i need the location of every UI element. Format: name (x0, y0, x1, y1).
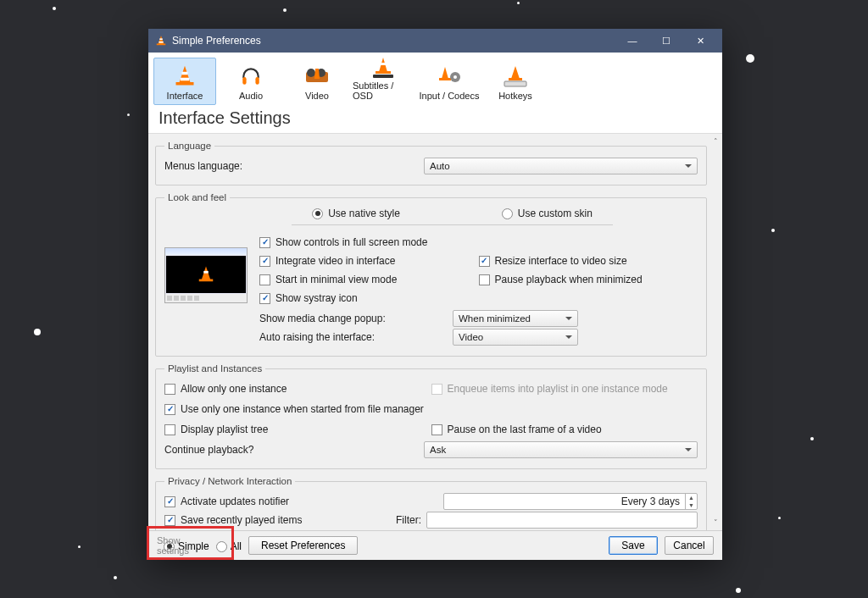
close-button[interactable]: ✕ (683, 30, 717, 51)
radio-label: Use custom skin (518, 208, 593, 219)
svg-point-11 (307, 69, 315, 77)
tab-interface[interactable]: Interface (153, 58, 216, 105)
check-display-tree[interactable] (164, 424, 175, 435)
check-label: Resize interface to video size (495, 255, 627, 267)
tab-label: Subtitles / OSD (353, 80, 414, 101)
vertical-scrollbar[interactable]: ˄ ˅ (709, 134, 722, 530)
window-title: Simple Preferences (172, 35, 615, 47)
save-button[interactable]: Save (609, 536, 658, 555)
group-language: Language Menus language: Auto (155, 141, 707, 185)
check-start-minimal[interactable] (259, 274, 270, 285)
svg-rect-23 (509, 78, 522, 80)
select-value: When minimized (459, 313, 531, 324)
svg-rect-16 (376, 71, 391, 74)
tab-subtitles[interactable]: Subtitles / OSD (352, 58, 415, 105)
group-look-and-feel: Look and feel Use native style Use custo… (155, 192, 707, 357)
menus-language-label: Menus language: (164, 160, 419, 172)
check-pause-minimized[interactable] (479, 274, 490, 285)
auto-raise-label: Auto raising the interface: (259, 331, 448, 343)
check-pause-last-frame[interactable] (431, 424, 442, 435)
svg-rect-24 (504, 81, 526, 86)
check-one-instance-fm[interactable] (164, 404, 175, 415)
check-label: Pause on the last frame of a video (448, 424, 602, 435)
headphones-icon (240, 64, 262, 89)
continue-playback-select[interactable]: Ask (424, 441, 698, 458)
svg-rect-5 (182, 72, 188, 75)
settings-content: Language Menus language: Auto Look and f… (148, 134, 709, 530)
check-label: Allow only one instance (181, 383, 287, 395)
radio-label: All (231, 540, 242, 552)
radio-label: Use native style (328, 208, 400, 219)
tab-label: Hotkeys (498, 91, 532, 101)
check-label: Start in minimal view mode (275, 274, 397, 285)
footer: Show settings Simple All Reset Preferenc… (148, 530, 722, 560)
check-save-recent[interactable] (164, 515, 175, 526)
check-show-controls[interactable] (259, 237, 270, 248)
select-value: Auto (430, 161, 450, 171)
check-label: Save recently played items (181, 514, 387, 526)
group-legend: Playlist and Instances (164, 363, 265, 374)
svg-rect-9 (255, 77, 259, 85)
check-label: Enqueue items into playlist in one insta… (448, 383, 668, 395)
check-one-instance[interactable] (164, 384, 175, 395)
tab-label: Video (305, 91, 329, 101)
select-value: Ask (430, 445, 446, 455)
check-label: Integrate video in interface (275, 255, 395, 267)
svg-rect-26 (203, 271, 209, 274)
radio-custom-skin[interactable] (502, 208, 513, 219)
check-updates-notifier[interactable] (164, 496, 175, 507)
minimize-button[interactable]: ― (615, 30, 649, 51)
check-integrate-video[interactable] (259, 256, 270, 267)
spin-value: Every 3 days (444, 494, 685, 509)
svg-rect-15 (380, 63, 387, 65)
tab-video[interactable]: Video (286, 58, 348, 105)
svg-rect-6 (181, 78, 190, 81)
check-label: Show controls in full screen mode (275, 236, 427, 248)
page-title: Interface Settings (148, 105, 722, 134)
group-legend: Language (164, 141, 214, 151)
maximize-button[interactable]: ☐ (649, 30, 683, 51)
radio-show-all[interactable] (216, 541, 227, 552)
titlebar[interactable]: Simple Preferences ― ☐ ✕ (148, 29, 722, 53)
skin-preview (164, 232, 248, 347)
scroll-track[interactable] (709, 147, 721, 517)
auto-raise-select[interactable]: Video (453, 329, 578, 346)
continue-playback-label: Continue playback? (164, 444, 419, 456)
check-systray[interactable] (259, 293, 270, 304)
show-settings-label: Show settings (157, 535, 189, 556)
svg-rect-19 (439, 78, 451, 80)
app-icon (155, 35, 167, 47)
spin-up[interactable]: ▲ (686, 494, 697, 501)
group-privacy: Privacy / Network Interaction Activate u… (155, 476, 707, 530)
svg-marker-18 (442, 67, 448, 79)
cancel-button[interactable]: Cancel (665, 536, 714, 555)
spin-down[interactable]: ▼ (686, 501, 697, 509)
filter-input[interactable] (426, 512, 698, 529)
tab-input-codecs[interactable]: Input / Codecs (418, 58, 481, 105)
updates-interval-spin[interactable]: Every 3 days ▲▼ (443, 493, 698, 510)
tab-hotkeys[interactable]: Hotkeys (484, 58, 547, 105)
select-value: Video (459, 332, 483, 342)
check-label: Activate updates notifier (181, 496, 438, 507)
check-label: Pause playback when minimized (495, 274, 643, 285)
media-popup-select[interactable]: When minimized (453, 310, 578, 327)
tab-label: Audio (239, 91, 263, 101)
group-legend: Look and feel (164, 192, 230, 202)
radio-native-style[interactable] (312, 208, 323, 219)
tab-audio[interactable]: Audio (220, 58, 282, 105)
cone-icon (173, 64, 197, 89)
check-label: Show systray icon (275, 292, 358, 304)
preferences-window: Simple Preferences ― ☐ ✕ Interface Audio… (148, 29, 722, 560)
svg-rect-3 (157, 44, 166, 46)
check-enqueue (431, 384, 442, 395)
media-popup-label: Show media change popup: (259, 313, 448, 324)
reset-preferences-button[interactable]: Reset Preferences (248, 536, 358, 555)
check-resize-interface[interactable] (479, 256, 490, 267)
menus-language-select[interactable]: Auto (424, 158, 698, 174)
scroll-up[interactable]: ˄ (709, 136, 721, 147)
svg-rect-8 (242, 77, 246, 85)
check-label: Display playlist tree (181, 424, 268, 435)
film-icon (304, 64, 330, 89)
scroll-down[interactable]: ˅ (709, 517, 721, 529)
group-legend: Privacy / Network Interaction (164, 476, 295, 486)
